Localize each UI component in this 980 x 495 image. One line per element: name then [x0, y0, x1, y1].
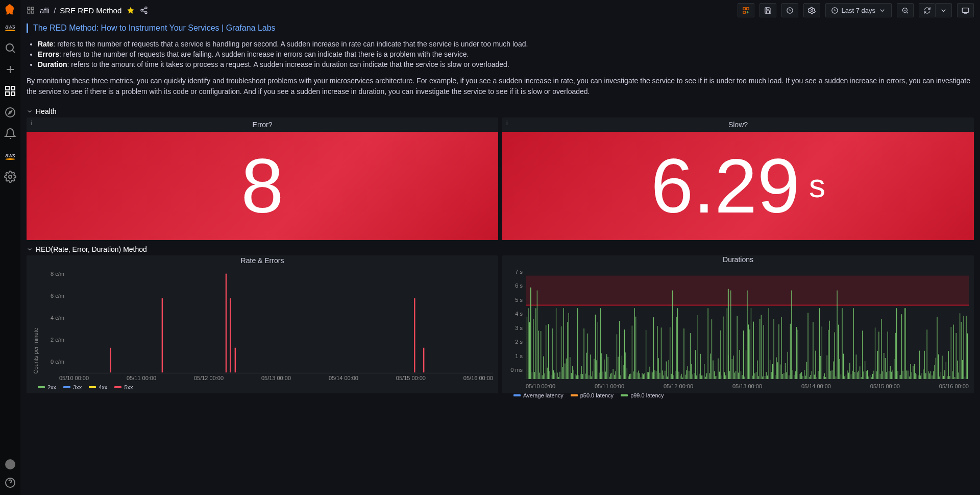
chevron-down-icon	[27, 246, 33, 252]
legend[interactable]: 2xx3xx4xx5xx	[32, 383, 493, 392]
svg-rect-23	[226, 274, 227, 372]
plus-icon[interactable]	[4, 63, 16, 76]
stat-slow-body: 6.29 s	[502, 132, 974, 240]
time-range-picker[interactable]: Last 7 days	[825, 3, 892, 17]
zoom-out-button[interactable]	[897, 3, 914, 17]
svg-rect-26	[414, 299, 415, 373]
y-axis-label: Counts per minute	[32, 269, 40, 374]
svg-point-13	[141, 9, 143, 11]
settings-icon[interactable]	[4, 171, 16, 183]
legend-label: 3xx	[73, 384, 82, 390]
row-title-red: RED(Rate, Error, Duration) Method	[36, 245, 147, 253]
svg-rect-10	[28, 11, 30, 13]
x-axis-ticks: 05/10 00:00 05/11 00:00 05/12 00:00 05/1…	[507, 382, 969, 391]
svg-rect-4	[11, 92, 15, 96]
svg-rect-21	[110, 348, 111, 372]
star-icon[interactable]	[127, 6, 135, 14]
bullet-duration: Duration: refers to the amount of time i…	[38, 60, 974, 68]
svg-point-6	[9, 175, 12, 178]
user-avatar[interactable]	[5, 459, 15, 469]
svg-rect-3	[6, 92, 9, 96]
legend-swatch	[38, 386, 45, 388]
aws-nav-icon[interactable]: aws	[4, 149, 16, 161]
legend-swatch	[513, 394, 521, 396]
svg-point-0	[6, 44, 13, 51]
legend-label: Average latency	[523, 392, 564, 398]
svg-rect-9	[31, 7, 34, 10]
refresh-button[interactable]	[919, 3, 935, 17]
panel-title: Rate & Errors	[241, 256, 284, 265]
y-axis-ticks: 7 s 6 s 5 s 4 s 3 s 2 s 1 s 0 ms	[507, 267, 526, 382]
svg-rect-27	[423, 348, 424, 372]
stat-error-body: 8	[27, 132, 498, 240]
panel-rate-errors[interactable]: Rate & Errors Counts per minute 8 c/m 6 …	[27, 255, 498, 393]
breadcrumb-folder[interactable]: afli	[40, 6, 50, 15]
dashboards-icon[interactable]	[4, 85, 16, 97]
legend-swatch	[114, 386, 121, 388]
kiosk-button[interactable]	[957, 3, 974, 17]
legend-item[interactable]: Average latency	[513, 392, 564, 398]
intro-text-panel: The RED Method: How to Instrument Your S…	[27, 20, 974, 104]
search-icon[interactable]	[4, 42, 16, 54]
legend-swatch	[571, 394, 578, 396]
breadcrumb: afli / SRE RED Method	[40, 6, 121, 15]
info-icon[interactable]: i	[506, 120, 508, 127]
legend-swatch	[621, 394, 628, 396]
explore-icon[interactable]	[4, 106, 16, 119]
panel-error-stat[interactable]: i Error? 8	[27, 117, 498, 240]
rate-errors-plot	[67, 269, 493, 374]
bullet-rate: Rate: refers to the number of requests t…	[38, 40, 974, 48]
x-axis-ticks: 05/10 00:00 05/11 00:00 05/12 00:00 05/1…	[32, 374, 493, 383]
row-header-health[interactable]: Health	[27, 107, 974, 115]
intro-summary: By monitoring these three metrics, you c…	[27, 76, 974, 97]
legend-label: 5xx	[124, 384, 133, 390]
time-range-label: Last 7 days	[842, 7, 876, 14]
dashboard-grid-icon	[27, 6, 35, 14]
legend-item[interactable]: p99.0 latency	[621, 392, 664, 398]
share-icon[interactable]	[140, 6, 148, 14]
stat-error-value: 8	[241, 148, 283, 224]
info-icon[interactable]: i	[31, 120, 32, 127]
legend-item[interactable]: 4xx	[89, 384, 107, 390]
red-method-link[interactable]: The RED Method: How to Instrument Your S…	[27, 23, 276, 33]
history-button[interactable]	[781, 3, 798, 17]
save-button[interactable]	[760, 3, 776, 17]
svg-point-5	[6, 108, 15, 117]
legend-item[interactable]: p50.0 latency	[571, 392, 614, 398]
legend-item[interactable]: 2xx	[38, 384, 56, 390]
svg-rect-1	[6, 86, 9, 90]
legend-label: p99.0 latency	[630, 392, 664, 398]
refresh-interval-dropdown[interactable]	[935, 3, 952, 17]
topbar: afli / SRE RED Method Last 7 days	[20, 0, 980, 20]
panel-title: Durations	[723, 255, 753, 264]
panel-slow-stat[interactable]: i Slow? 6.29 s	[502, 117, 974, 240]
dashboard-settings-button[interactable]	[803, 3, 820, 17]
grafana-logo-icon[interactable]	[3, 3, 17, 17]
legend-item[interactable]: 5xx	[114, 384, 133, 390]
add-panel-button[interactable]	[738, 3, 754, 17]
svg-rect-11	[31, 11, 34, 13]
row-header-red[interactable]: RED(Rate, Error, Duration) Method	[27, 245, 974, 253]
panel-title: Error?	[253, 121, 273, 129]
stat-slow-value: 6.29	[651, 148, 800, 224]
help-icon[interactable]	[4, 477, 16, 489]
svg-rect-19	[962, 8, 969, 12]
panel-durations[interactable]: Durations 7 s 6 s 5 s 4 s 3 s 2 s 1 s	[502, 255, 974, 393]
legend-item[interactable]: 3xx	[63, 384, 82, 390]
alerts-icon[interactable]	[4, 128, 16, 140]
legend-label: 4xx	[99, 384, 107, 390]
y-axis-ticks: 8 c/m 6 c/m 4 c/m 2 c/m 0 c/m	[40, 269, 67, 374]
page-title[interactable]: SRE RED Method	[60, 6, 121, 15]
panel-title: Slow?	[728, 121, 748, 129]
stat-slow-unit: s	[809, 167, 825, 205]
row-title-health: Health	[36, 107, 56, 115]
svg-rect-25	[235, 348, 236, 372]
aws-logo-text: aws	[5, 23, 15, 30]
durations-plot	[526, 267, 969, 382]
legend[interactable]: Average latencyp50.0 latencyp99.0 latenc…	[507, 391, 969, 400]
svg-rect-8	[28, 7, 30, 10]
legend-swatch	[63, 386, 70, 388]
svg-rect-22	[162, 299, 163, 373]
svg-point-12	[145, 7, 147, 9]
svg-point-14	[145, 12, 147, 14]
